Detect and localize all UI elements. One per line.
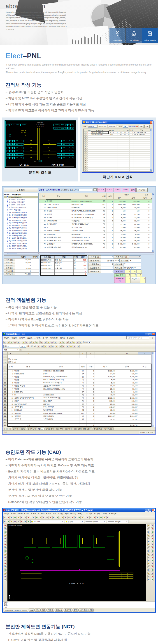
hero-tab-our-vision[interactable]: Our vision <box>126 28 142 43</box>
layer-icon[interactable] <box>10 520 13 523</box>
status-toggle-객체스냅[interactable]: 객체스냅 <box>55 608 63 612</box>
close-icon[interactable]: × <box>150 121 153 124</box>
modify-tool-icon[interactable] <box>147 572 150 575</box>
tree-item[interactable]: 3상 30KW (40HP) (400m <box>4 247 38 250</box>
cell[interactable]: 14 <box>8 408 14 412</box>
toolbar-icon[interactable] <box>74 516 77 519</box>
cell[interactable]: 1,120,000 <box>116 369 138 372</box>
scr-button[interactable]: SCR-1 <box>97 188 105 192</box>
cell[interactable]: 1 <box>87 415 95 418</box>
cell[interactable] <box>138 394 151 396</box>
cell[interactable]: 개 <box>79 387 87 390</box>
modify-tool-icon[interactable] <box>147 534 150 537</box>
cell[interactable]: 고장구간자동개폐기(ASS) <box>14 396 43 400</box>
toolbar-icon[interactable] <box>96 516 99 519</box>
modify-tool-icon[interactable] <box>147 575 150 578</box>
menu-item[interactable]: 파일(F) <box>3 512 9 515</box>
cell[interactable]: 11,000 <box>95 394 116 396</box>
menu-item[interactable]: E-물량 <box>31 512 36 515</box>
tree-item[interactable]: 3상 19KW (25HP) (400m <box>4 242 38 244</box>
cell[interactable]: 1 <box>87 400 95 402</box>
cell[interactable]: 퓨우즈홀더 <box>14 406 43 408</box>
tree-item[interactable]: 3상 22KW (30HP) (400m <box>4 245 38 247</box>
format-icon[interactable] <box>77 345 80 348</box>
restore-icon[interactable]: □ <box>148 509 151 512</box>
menu-item[interactable]: 삽입(I) <box>27 337 32 339</box>
cell[interactable]: SPACE HEATER 200V 100W <box>43 387 79 390</box>
tree-item[interactable]: 분전반 SJ 전동.전열P <box>4 201 38 203</box>
check-cell[interactable] <box>87 164 91 166</box>
modify-tool-icon[interactable] <box>151 565 154 568</box>
cell[interactable]: 160,000 <box>95 400 116 402</box>
modify-tool-icon[interactable] <box>147 562 150 565</box>
check-cell[interactable] <box>87 158 91 160</box>
cell[interactable] <box>138 378 151 381</box>
draw-tool-icon[interactable] <box>3 530 6 534</box>
cell[interactable]: 4 <box>87 378 95 381</box>
row-header[interactable]: 9 <box>3 378 8 381</box>
table-row[interactable]: 18 <box>84 166 150 168</box>
toolbar-icon[interactable] <box>24 516 27 519</box>
read-data-button[interactable]: 데이터 읽기 <box>98 125 107 128</box>
cell[interactable] <box>138 382 151 384</box>
cell[interactable]: KG <box>79 408 87 412</box>
row-header[interactable]: 17 <box>3 402 8 406</box>
cell[interactable] <box>138 415 151 418</box>
tree-item[interactable]: LV/1 ACB PANEL <box>4 196 38 198</box>
color-combo[interactable]: 노란색▼ <box>65 520 84 523</box>
row-header[interactable]: 19 <box>3 408 8 412</box>
work-tree[interactable]: ⊟ * MCC SJ 샘플견적LV/1 ACB PANEL분전반 SJ 전동.전… <box>3 193 38 252</box>
toolbar-icon[interactable] <box>93 516 96 519</box>
draw-tool-icon[interactable] <box>3 550 6 552</box>
modify-tool-icon[interactable] <box>147 530 150 534</box>
cell[interactable]: 2 <box>87 387 95 390</box>
table-row[interactable]: 10CUBICLE (D/D)800*2650*1500SET11,000,00… <box>39 203 153 206</box>
toolbar-icon[interactable] <box>32 516 35 519</box>
toolbar-icon[interactable] <box>3 516 6 519</box>
name-spec-radio[interactable] <box>67 189 69 191</box>
cell[interactable] <box>138 400 151 402</box>
row-header[interactable]: 11 <box>3 384 8 387</box>
draw-tool-icon[interactable] <box>3 562 6 565</box>
draw-tool-icon[interactable] <box>3 534 6 537</box>
menu-item[interactable]: E-배선 <box>24 512 29 515</box>
cell[interactable]: 12 <box>8 402 14 406</box>
row-header[interactable]: 4 <box>3 364 8 369</box>
table-row[interactable]: 6 <box>84 142 150 144</box>
table-row[interactable]: 11 <box>84 152 150 154</box>
cell[interactable]: 9 <box>87 372 95 375</box>
modify-tool-icon[interactable] <box>147 556 150 559</box>
table-row[interactable]: 40배선용 차단기표준형, 2P 600V 50AF대231,15062,300… <box>39 222 153 226</box>
tree-item[interactable]: 3상 1.5KW (2HP) (200m <box>4 224 38 227</box>
cell[interactable]: 개 <box>79 382 87 384</box>
status-toggle-DYN[interactable]: DYN <box>73 608 79 612</box>
row-header[interactable]: 22 <box>3 418 8 420</box>
underline-button[interactable]: 가 <box>34 345 36 348</box>
toolbar-icon[interactable] <box>32 341 35 344</box>
cell[interactable]: 25,000 <box>95 387 116 390</box>
toolbar-icon[interactable] <box>17 516 20 519</box>
cell[interactable]: 18kV, 2.5kA <box>43 400 79 402</box>
vertical-scrollbar[interactable]: ▲▼ <box>150 129 152 171</box>
modify-tool-icon[interactable] <box>151 530 154 534</box>
toolbar-icon[interactable] <box>64 516 67 519</box>
table-row[interactable]: 7 <box>84 144 150 146</box>
modify-tool-icon[interactable] <box>151 572 154 575</box>
minimize-icon[interactable]: – <box>145 509 148 512</box>
hero-tab-what-we-do[interactable]: What we do <box>142 28 158 43</box>
draw-tool-icon[interactable] <box>3 575 6 578</box>
modify-tool-icon[interactable] <box>147 578 150 581</box>
table-row[interactable]: 10 <box>84 150 150 152</box>
draw-tool-icon[interactable] <box>3 565 6 568</box>
tree-item[interactable]: 3상 0.4KW (0.5HP) (200 <box>4 214 38 216</box>
cell[interactable]: EA <box>79 402 87 406</box>
sheet-tab-일위대가[interactable]: 일위대가 <box>64 427 73 430</box>
cell[interactable]: 배선용 차단기 <box>14 384 43 387</box>
check-cell[interactable] <box>87 160 91 162</box>
column-header[interactable]: P <box>95 352 116 355</box>
modify-tool-icon[interactable] <box>151 578 154 581</box>
cell[interactable]: 2 <box>87 390 95 394</box>
price-source-button[interactable]: 물가자료 <box>4 261 15 264</box>
table-row[interactable]: 35NAME PLATE아크릴(대)개25,00010,0000 <box>39 219 153 222</box>
cell[interactable]: CONT. & POWER CABLE <box>43 412 79 415</box>
